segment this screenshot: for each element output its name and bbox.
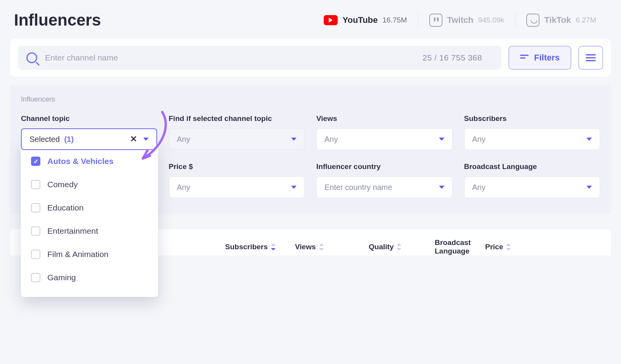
twitch-icon (429, 14, 442, 27)
sort-icon (271, 243, 276, 250)
select-value: Any (472, 183, 486, 192)
checkbox-icon (31, 250, 40, 259)
youtube-icon (324, 15, 338, 25)
clear-selection-icon[interactable]: ✕ (130, 134, 137, 144)
column-header-views[interactable]: Views (295, 243, 369, 251)
topic-option[interactable]: ✓ Autos & Vehicles (21, 150, 158, 173)
platform-tab-tiktok[interactable]: TikTok 6.27M (515, 14, 607, 27)
topic-option[interactable]: Gaming (21, 266, 158, 289)
search-bar: 25 / 16 755 368 (18, 46, 501, 70)
filter-lines-icon (520, 55, 529, 61)
filter-label: Broadcast Language (464, 162, 600, 171)
platform-tab-twitch[interactable]: Twitch 945.09k (418, 14, 515, 27)
search-card: 25 / 16 755 368 Filters (10, 39, 611, 77)
filter-find-if: Find if selected channel topic Any (169, 114, 305, 150)
column-label: Price (485, 243, 503, 251)
filter-label: Price $ (169, 162, 305, 171)
filter-views: Views Any (316, 114, 453, 150)
platform-count: 6.27M (576, 16, 596, 24)
topic-option-label: Comedy (47, 180, 78, 189)
sliders-icon (586, 53, 596, 62)
search-result-count: 25 / 16 755 368 (412, 53, 493, 62)
subscribers-select[interactable]: Any (464, 128, 600, 150)
column-label: Views (295, 243, 316, 251)
select-value: Selected (29, 135, 60, 143)
platform-tab-youtube[interactable]: YouTube 16.75M (313, 15, 418, 25)
select-value: Any (177, 135, 190, 144)
checkbox-icon (31, 226, 40, 236)
filter-subscribers: Subscribers Any (464, 114, 600, 150)
topic-option-label: Film & Animation (47, 250, 109, 259)
platform-name: YouTube (342, 15, 378, 25)
search-icon (26, 52, 37, 63)
chevron-down-icon (291, 186, 297, 189)
topic-option[interactable]: Education (21, 196, 158, 219)
filter-price: Price $ Any (169, 162, 305, 198)
filter-label: Find if selected channel topic (169, 114, 305, 123)
filters-button[interactable]: Filters (508, 46, 571, 70)
platform-tabs: YouTube 16.75M Twitch 945.09k TikTok 6.2… (313, 12, 607, 28)
filters-button-label: Filters (534, 53, 560, 63)
filter-label: Channel topic (21, 114, 157, 123)
find-if-select[interactable]: Any (169, 128, 305, 150)
platform-name: TikTok (544, 15, 571, 25)
filters-panel: Influencers Channel topic Selected (1) ✕… (10, 85, 611, 214)
topic-option[interactable]: Entertainment (21, 219, 158, 243)
filter-settings-button[interactable] (578, 46, 603, 70)
platform-count: 16.75M (382, 16, 407, 24)
filter-label: Influencer country (316, 162, 453, 171)
column-header-price[interactable]: Price (485, 243, 532, 251)
platform-count: 945.09k (478, 16, 505, 24)
topic-option[interactable]: Comedy (21, 173, 158, 196)
channel-topic-select[interactable]: Selected (1) ✕ (21, 128, 157, 150)
sort-icon (506, 243, 511, 250)
select-value: Any (324, 135, 338, 144)
topic-option-label: Entertainment (47, 226, 98, 236)
checkbox-icon (31, 203, 40, 212)
column-label: Broadcast Language (435, 238, 485, 255)
chevron-down-icon (291, 138, 297, 141)
checkbox-icon: ✓ (31, 157, 40, 166)
search-input[interactable] (45, 53, 404, 62)
topic-option-label: Autos & Vehicles (47, 157, 113, 166)
chevron-down-icon (439, 186, 444, 189)
column-header-subscribers[interactable]: Subscribers (225, 243, 295, 251)
column-header-quality[interactable]: Quality (369, 243, 435, 251)
views-select[interactable]: Any (316, 128, 453, 150)
tiktok-icon (526, 14, 539, 27)
price-select[interactable]: Any (169, 176, 305, 198)
filter-country: Influencer country Enter country name (316, 162, 453, 198)
sort-icon (319, 243, 324, 250)
topic-option-label: Education (47, 203, 83, 212)
topic-option-label: Gaming (47, 273, 76, 282)
channel-topic-dropdown: ✓ Autos & Vehicles Comedy Education Ente… (21, 142, 158, 297)
filter-language: Broadcast Language Any (464, 162, 600, 198)
checkbox-icon (31, 180, 40, 189)
column-header-broadcast-language[interactable]: Broadcast Language (435, 238, 485, 255)
column-label: Subscribers (225, 243, 268, 251)
breadcrumb: Influencers (21, 95, 600, 104)
filter-channel-topic: Channel topic Selected (1) ✕ (21, 114, 157, 150)
filter-label: Subscribers (464, 114, 600, 123)
checkbox-icon (31, 273, 40, 282)
language-select[interactable]: Any (464, 176, 600, 198)
filter-label: Views (316, 114, 453, 123)
platform-name: Twitch (447, 15, 474, 25)
page-title: Influencers (14, 11, 101, 29)
chevron-down-icon (586, 186, 592, 189)
select-placeholder: Enter country name (324, 183, 392, 192)
sort-icon (397, 243, 401, 250)
select-value: Any (472, 135, 486, 144)
chevron-down-icon (439, 138, 444, 141)
chevron-down-icon (586, 138, 592, 141)
chevron-down-icon (143, 138, 149, 141)
column-label: Quality (369, 243, 394, 251)
country-select[interactable]: Enter country name (316, 176, 453, 198)
select-count-badge: (1) (64, 135, 73, 143)
topic-option[interactable]: Film & Animation (21, 243, 158, 266)
select-value: Any (177, 183, 190, 192)
